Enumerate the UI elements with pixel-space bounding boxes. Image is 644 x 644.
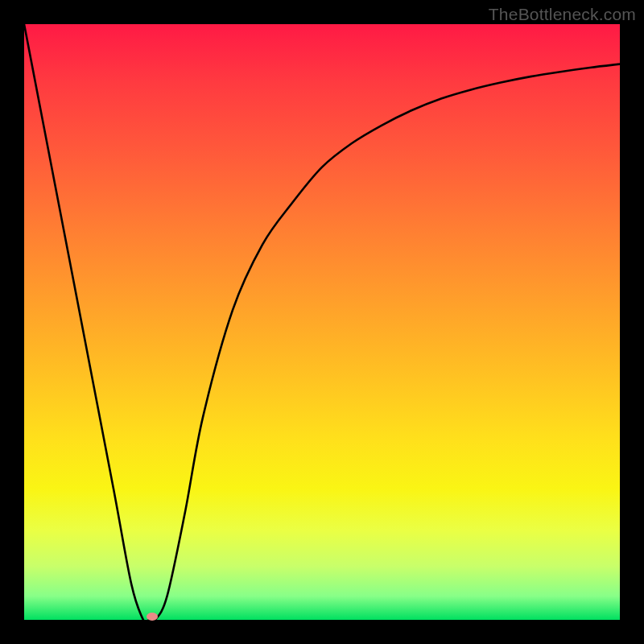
plot-area — [24, 24, 620, 620]
chart-container: TheBottleneck.com — [0, 0, 644, 644]
watermark-text: TheBottleneck.com — [489, 5, 636, 24]
optimal-point-marker — [147, 613, 158, 621]
bottleneck-curve-path — [24, 24, 620, 620]
bottleneck-curve-svg — [24, 24, 620, 620]
